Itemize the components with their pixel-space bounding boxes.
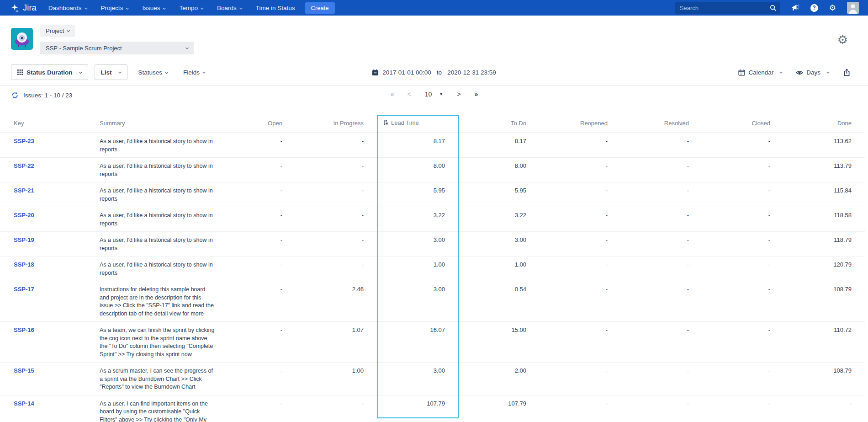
project-select[interactable]: SSP - Sample Scrum Project bbox=[40, 42, 194, 54]
create-button[interactable]: Create bbox=[305, 2, 335, 14]
chevron-down-icon bbox=[826, 70, 830, 74]
help-icon[interactable]: ? bbox=[810, 4, 818, 12]
navbar-menu-item[interactable]: Issues bbox=[142, 5, 165, 11]
lead-time-value-cell: 8.17 bbox=[377, 133, 459, 158]
to-do-value-cell: 8.00 bbox=[459, 158, 540, 182]
pagination-next-button[interactable]: > bbox=[457, 91, 460, 98]
resolved-value-cell: - bbox=[621, 133, 703, 158]
resolved-value-cell: - bbox=[621, 232, 703, 256]
issue-summary-text: As a user, I'd like a historical story t… bbox=[100, 162, 215, 178]
navbar-menu-item[interactable]: Boards bbox=[217, 5, 242, 11]
date-range[interactable]: 2017-01-01 00:00 to 2020-12-31 23:59 bbox=[0, 59, 868, 85]
lead-time-value-cell: 16.07 bbox=[377, 322, 459, 363]
search-input[interactable] bbox=[680, 5, 770, 11]
reopened-value-cell: - bbox=[540, 322, 621, 363]
report-toolbar: Status Duration List Statuses Fields 201… bbox=[0, 59, 868, 85]
issue-key-cell: SSP-19 bbox=[0, 232, 100, 256]
column-header-reopened[interactable]: Reopened bbox=[540, 107, 621, 133]
done-value-cell: 113.62 bbox=[784, 133, 865, 158]
column-header-resolved[interactable]: Resolved bbox=[621, 107, 703, 133]
eye-icon bbox=[796, 69, 803, 76]
issue-summary-cell: As a user, I'd like a historical story t… bbox=[100, 232, 215, 256]
done-value-cell: 118.79 bbox=[784, 232, 865, 256]
resolved-value-cell: - bbox=[621, 281, 703, 322]
issue-key-link[interactable]: SSP-19 bbox=[14, 236, 34, 243]
column-header-open[interactable]: Open bbox=[215, 107, 296, 133]
resolved-value-cell: - bbox=[621, 182, 703, 207]
export-button[interactable] bbox=[843, 69, 851, 76]
pagination-first-button[interactable]: « bbox=[391, 91, 394, 98]
navbar-menu-item[interactable]: Projects bbox=[101, 5, 129, 11]
closed-value-cell: - bbox=[703, 395, 784, 422]
gear-icon[interactable]: ⚙ bbox=[829, 4, 836, 12]
done-value-cell: 108.79 bbox=[784, 363, 865, 395]
column-header-closed[interactable]: Closed bbox=[703, 107, 784, 133]
page-size-dropdown[interactable]: 10 ▼ bbox=[425, 91, 444, 98]
user-avatar[interactable] bbox=[847, 2, 859, 14]
top-navbar: Jira Dashboards Projects Issues Tempo Bo… bbox=[0, 0, 868, 16]
megaphone-icon[interactable] bbox=[791, 4, 799, 12]
project-avatar[interactable] bbox=[11, 28, 33, 50]
sort-icon bbox=[383, 119, 389, 125]
column-header-to-do[interactable]: To Do bbox=[459, 107, 540, 133]
issue-key-cell: SSP-23 bbox=[0, 133, 100, 158]
done-value-cell: - bbox=[784, 395, 865, 422]
column-header-done[interactable]: Done bbox=[784, 107, 865, 133]
to-do-value-cell: 8.17 bbox=[459, 133, 540, 158]
pagination-prev-button[interactable]: < bbox=[408, 91, 411, 98]
navbar-search[interactable] bbox=[675, 2, 780, 14]
open-value-cell: - bbox=[215, 158, 296, 182]
unit-dropdown[interactable]: Days bbox=[796, 69, 829, 76]
in-progress-value-cell: - bbox=[296, 207, 377, 232]
done-value-cell: 120.79 bbox=[784, 256, 865, 281]
navbar-right: ? ⚙ bbox=[675, 2, 859, 14]
open-value-cell: - bbox=[215, 207, 296, 232]
closed-value-cell: - bbox=[703, 182, 784, 207]
column-header-key[interactable]: Key bbox=[0, 107, 100, 133]
lead-time-value-cell: 3.00 bbox=[377, 232, 459, 256]
page-size-value: 10 bbox=[425, 91, 432, 98]
lead-time-value-cell: 3.00 bbox=[377, 363, 459, 395]
column-header-lead-time[interactable]: Lead Time bbox=[377, 107, 459, 133]
open-value-cell: - bbox=[215, 133, 296, 158]
jira-logo[interactable]: Jira bbox=[10, 3, 37, 13]
search-icon[interactable] bbox=[770, 5, 777, 11]
issue-key-link[interactable]: SSP-15 bbox=[14, 367, 34, 374]
closed-value-cell: - bbox=[703, 232, 784, 256]
issue-key-link[interactable]: SSP-18 bbox=[14, 261, 34, 268]
chevron-down-icon bbox=[85, 6, 88, 9]
issue-key-link[interactable]: SSP-23 bbox=[14, 138, 34, 144]
lead-time-value-cell: 5.95 bbox=[377, 182, 459, 207]
lead-time-value-cell: 8.00 bbox=[377, 158, 459, 182]
pagination-last-button[interactable]: » bbox=[474, 91, 477, 98]
chevron-down-icon bbox=[126, 6, 129, 9]
issue-key-link[interactable]: SSP-14 bbox=[14, 400, 34, 407]
issue-key-link[interactable]: SSP-17 bbox=[14, 286, 34, 293]
closed-value-cell: - bbox=[703, 281, 784, 322]
lead-time-value-cell: 1.00 bbox=[377, 256, 459, 281]
pagination: « < 10 ▼ > » bbox=[0, 91, 868, 98]
issue-key-link[interactable]: SSP-21 bbox=[14, 187, 34, 194]
to-do-value-cell: 3.00 bbox=[459, 232, 540, 256]
calendar-dropdown[interactable]: Calendar bbox=[738, 69, 782, 76]
column-header-in-progress[interactable]: In Progress bbox=[296, 107, 377, 133]
issue-key-link[interactable]: SSP-16 bbox=[14, 326, 34, 333]
project-scope-button[interactable]: Project bbox=[40, 25, 75, 37]
issue-key-link[interactable]: SSP-20 bbox=[14, 212, 34, 219]
navbar-menu-item[interactable]: Dashboards bbox=[48, 5, 87, 11]
reopened-value-cell: - bbox=[540, 281, 621, 322]
navbar-menu-item[interactable]: Time in Status bbox=[256, 5, 295, 11]
column-header-summary[interactable]: Summary bbox=[100, 107, 215, 133]
issue-summary-text: As a user, I'd like a historical story t… bbox=[100, 236, 215, 252]
issue-key-link[interactable]: SSP-22 bbox=[14, 162, 34, 169]
toolbar-right: Calendar Days bbox=[738, 59, 851, 85]
issue-summary-cell: As a scrum master, I can see the progres… bbox=[100, 363, 215, 395]
table-row: SSP-14 As a user, I can find important i… bbox=[0, 395, 865, 422]
navbar-menu-item[interactable]: Tempo bbox=[179, 5, 203, 11]
to-do-value-cell: 1.00 bbox=[459, 256, 540, 281]
calendar-icon bbox=[738, 69, 745, 76]
table-row: SSP-16 As a team, we can finish the spri… bbox=[0, 322, 865, 363]
reopened-value-cell: - bbox=[540, 133, 621, 158]
settings-gear-icon[interactable]: ⚙ bbox=[837, 34, 848, 46]
date-join: to bbox=[437, 69, 442, 76]
